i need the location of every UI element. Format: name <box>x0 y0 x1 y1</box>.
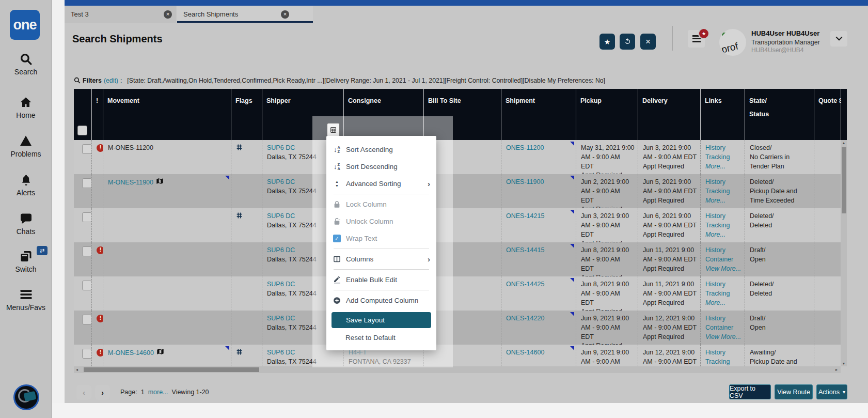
row-checkbox[interactable] <box>82 315 91 324</box>
column-header-quote-status[interactable]: Quote Status <box>814 89 841 140</box>
sidebar-item-problems[interactable]: Problems <box>0 134 52 158</box>
sidebar-item-alerts[interactable]: Alerts <box>0 173 52 197</box>
scroll-down-icon[interactable]: ▼ <box>841 362 847 365</box>
note-corner-indicator <box>570 176 574 180</box>
horizontal-scrollbar[interactable]: ◂ ▸ <box>74 366 841 373</box>
menu-item-enable-bulk-edit[interactable]: Enable Bulk Edit <box>326 271 436 288</box>
column-header-shipment[interactable]: Shipment <box>501 89 576 140</box>
row-checkbox[interactable] <box>82 144 91 154</box>
row-checkbox[interactable] <box>82 178 91 188</box>
shipment-link[interactable]: ONES-11900 <box>506 178 544 185</box>
map-icon[interactable] <box>156 178 164 188</box>
row-checkbox[interactable] <box>82 349 91 359</box>
select-all-checkbox[interactable] <box>77 126 87 135</box>
view-route-button[interactable]: View Route <box>775 384 813 399</box>
prev-page-button[interactable]: ‹ <box>76 385 91 400</box>
vertical-scroll-thumb[interactable] <box>842 147 846 213</box>
movement-link[interactable]: M-ONES-14600 <box>108 349 154 358</box>
scroll-right-icon[interactable]: ▸ <box>835 367 838 372</box>
shipment-link[interactable]: ONES-11200 <box>506 144 544 151</box>
row-checkbox[interactable] <box>82 246 91 256</box>
more--link[interactable]: More... <box>705 196 741 206</box>
menu-item-save-layout[interactable]: Save Layout <box>332 312 431 328</box>
switch-swap-badge[interactable]: ⇄ <box>37 246 48 255</box>
menu-item-label: Sort Descending <box>346 163 398 171</box>
tab-close-icon[interactable]: × <box>281 10 289 19</box>
more--link[interactable]: More... <box>705 162 741 172</box>
sidebar-item-switch[interactable]: ⇄Switch <box>0 249 52 273</box>
sidebar-item-chats[interactable]: Chats <box>0 211 52 236</box>
shipment-link[interactable]: ONES-14600 <box>506 349 544 356</box>
row-checkbox[interactable] <box>82 281 91 290</box>
one-logo[interactable]: one <box>10 10 40 40</box>
tracking-link[interactable]: Tracking <box>705 153 741 162</box>
column-grid-menu-button[interactable] <box>327 123 340 137</box>
more--link[interactable]: More... <box>705 230 741 240</box>
sidebar-item-search[interactable]: Search <box>0 52 52 76</box>
tracking-link[interactable]: Tracking <box>705 187 741 196</box>
shipment-link[interactable]: ONES-14215 <box>506 212 544 220</box>
column-header-select[interactable] <box>74 89 91 140</box>
column-header-flags[interactable]: Flags <box>231 89 262 140</box>
shipment-link[interactable]: ONES-14220 <box>506 315 544 322</box>
export-to-csv-button[interactable]: Export to CSV <box>729 384 771 399</box>
user-avatar[interactable]: prof <box>719 29 746 56</box>
alert-cell: ! <box>91 345 103 366</box>
column-header-delivery[interactable]: Delivery <box>638 89 700 140</box>
column-header-links[interactable]: Links <box>700 89 745 140</box>
vertical-scrollbar[interactable]: ▲ ▼ <box>841 140 847 366</box>
sidebar-item-home[interactable]: Home <box>0 95 52 119</box>
history-link[interactable]: History <box>705 178 741 187</box>
column-header--[interactable]: ! <box>91 89 103 140</box>
shipment-link[interactable]: ONES-14425 <box>506 281 544 288</box>
container-link[interactable]: Container <box>705 323 741 333</box>
menu-item-wrap-text[interactable]: ✓Wrap Text <box>326 230 436 247</box>
history-link[interactable]: History <box>705 212 741 221</box>
tracking-link[interactable]: Tracking <box>705 289 741 299</box>
menu-item-advanced-sorting[interactable]: ▲▼Advanced Sorting› <box>326 175 436 192</box>
menu-item-lock-column[interactable]: Lock Column <box>326 196 436 213</box>
sidebar-item-menus-favs[interactable]: Menus/Favs <box>0 287 52 312</box>
links-cell: HistoryTracking <box>700 345 745 366</box>
refresh-button[interactable] <box>620 34 635 50</box>
tab-search-shipments[interactable]: Search Shipments × <box>177 6 313 23</box>
menu-item-columns[interactable]: Columns› <box>326 251 436 268</box>
view-more--link[interactable]: View More... <box>705 333 741 342</box>
next-page-button[interactable]: › <box>95 385 110 400</box>
actions-button[interactable]: Actions▾ <box>816 384 847 399</box>
menu-item-add-computed-column[interactable]: Add Computed Column <box>326 292 436 309</box>
column-header-state-status[interactable]: State/ Status <box>745 89 814 140</box>
menu-item-unlock-column[interactable]: Unlock Column <box>326 213 436 230</box>
sidebar-bottom-avatar[interactable] <box>13 384 39 410</box>
tracking-link[interactable]: Tracking <box>705 358 741 366</box>
column-header-pickup[interactable]: Pickup <box>576 89 638 140</box>
menu-item-sort-descending[interactable]: ↓ZASort Descending <box>326 158 436 175</box>
tab-test-3[interactable]: Test 3 × <box>65 6 176 23</box>
scroll-up-icon[interactable]: ▲ <box>841 141 847 145</box>
history-link[interactable]: History <box>705 348 741 358</box>
shipment-link[interactable]: ONES-14415 <box>506 246 544 254</box>
history-link[interactable]: History <box>705 144 741 153</box>
more-pages-link[interactable]: more... <box>148 389 168 396</box>
row-checkbox[interactable] <box>82 212 91 222</box>
history-link[interactable]: History <box>705 280 741 289</box>
favorite-button[interactable]: ★ <box>599 34 615 50</box>
history-link[interactable]: History <box>705 314 741 323</box>
scroll-left-icon[interactable]: ◂ <box>76 367 78 372</box>
container-link[interactable]: Container <box>705 255 741 265</box>
horizontal-scroll-thumb[interactable] <box>84 367 259 372</box>
filters-edit-link[interactable]: (edit) <box>104 77 118 84</box>
user-menu-button[interactable] <box>830 31 847 47</box>
history-link[interactable]: History <box>705 246 741 255</box>
tracking-link[interactable]: Tracking <box>705 221 741 230</box>
more--link[interactable]: More... <box>705 299 741 308</box>
menu-item-reset-to-default[interactable]: Reset to Default <box>326 329 436 346</box>
menu-item-sort-ascending[interactable]: ↓AZSort Ascending <box>326 141 436 158</box>
close-view-button[interactable]: × <box>640 34 656 50</box>
movement-link[interactable]: M-ONES-11900 <box>108 178 153 188</box>
column-header-movement[interactable]: Movement <box>103 89 231 140</box>
view-more--link[interactable]: View More... <box>705 265 741 274</box>
switch-icon: ⇄ <box>0 249 52 264</box>
tab-close-icon[interactable]: × <box>164 10 172 19</box>
map-icon[interactable] <box>156 348 164 358</box>
